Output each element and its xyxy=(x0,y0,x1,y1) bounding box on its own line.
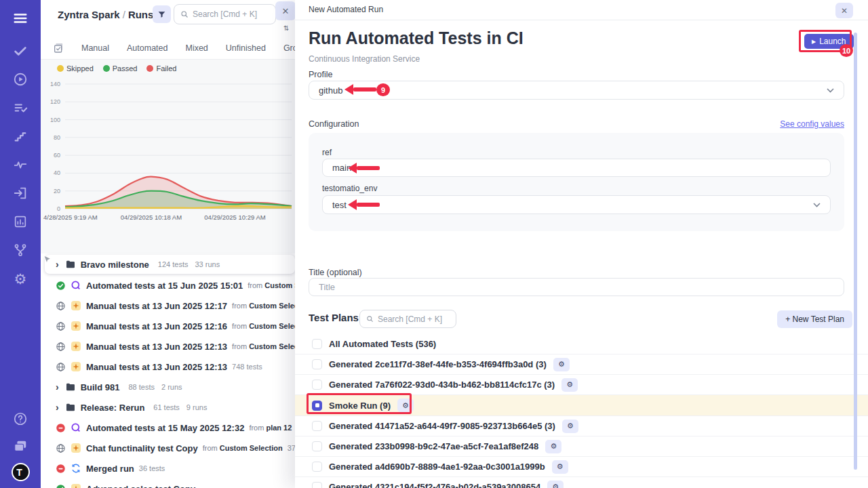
run-title[interactable]: Automated tests at 15 May 2025 12:32 xyxy=(86,423,244,433)
runs-panel-close-button[interactable]: ✕ xyxy=(275,1,296,20)
filter-button[interactable] xyxy=(153,5,171,23)
sidebar-item-branch-icon[interactable] xyxy=(12,241,29,259)
run-row[interactable]: Chat functinality test Copyfrom Custom S… xyxy=(41,438,295,458)
tab-manual[interactable]: Manual xyxy=(81,43,109,53)
runs-panel: Zyntra Spark/Runs ✕ ⇅ ManualAutomatedMix… xyxy=(41,0,295,488)
failed-status-icon xyxy=(56,423,66,433)
test-plan-row[interactable]: Generated 41471a52-a644-49f7-9085-923713… xyxy=(295,416,868,436)
sidebar-item-help-icon[interactable] xyxy=(12,410,29,428)
run-row[interactable]: Manual tests at 13 Jun 2025 12:13748 tes… xyxy=(41,357,295,377)
sidebar-item-folders-icon[interactable] xyxy=(12,437,29,455)
search-icon xyxy=(366,315,374,323)
new-test-plan-button[interactable]: + New Test Plan xyxy=(777,310,852,328)
config-testomatio_env-select[interactable]: test xyxy=(322,195,831,214)
mouse-cursor-icon xyxy=(42,255,52,268)
sidebar-item-import-icon[interactable] xyxy=(12,184,29,202)
config-ref-input[interactable] xyxy=(332,163,821,173)
run-row[interactable]: Merged run36 tests xyxy=(41,458,295,479)
runs-search-input[interactable] xyxy=(193,9,269,19)
run-row[interactable]: Automated tests at 15 Jun 2025 15:01from… xyxy=(41,275,295,296)
test-plan-checkbox[interactable] xyxy=(312,462,322,472)
test-plan-checkbox[interactable] xyxy=(312,482,322,488)
sidebar-item-gear-icon-large[interactable]: ⚙ xyxy=(12,270,29,287)
automated-run-icon xyxy=(71,422,81,433)
run-folder-row[interactable]: › Release: Rerun 61 tests9 runs xyxy=(41,397,295,418)
sidebar-item-check-icon[interactable] xyxy=(12,42,29,60)
breadcrumb-project[interactable]: Zyntra Spark xyxy=(58,9,120,20)
select-runs-icon[interactable] xyxy=(53,43,64,54)
profile-select[interactable]: github xyxy=(309,81,844,100)
tab-mixed[interactable]: Mixed xyxy=(185,43,208,53)
automated-run-icon xyxy=(71,280,81,291)
run-title[interactable]: Manual tests at 13 Jun 2025 12:17 xyxy=(86,301,227,311)
run-title[interactable]: Advanced sales test Copy xyxy=(86,484,195,488)
run-row[interactable]: Advanced sales test Copy xyxy=(41,479,295,488)
test-plan-row[interactable]: Smoke Run (9) ⚙ xyxy=(295,395,868,416)
title-field-wrap xyxy=(309,278,844,296)
sidebar-item-chart-box-icon[interactable] xyxy=(12,213,29,230)
failed-status-icon xyxy=(56,464,66,474)
sidebar-item-list-check-icon[interactable] xyxy=(12,99,29,117)
runs-chart-section: Skipped Passed Failed 020406080100120140… xyxy=(41,60,295,253)
test-plan-settings-button[interactable]: ⚙ xyxy=(545,440,561,453)
run-source: from Custom Selection xyxy=(232,302,295,310)
drawer-close-button[interactable]: ✕ xyxy=(835,3,853,18)
test-plan-checkbox[interactable] xyxy=(312,359,322,369)
run-row[interactable]: Manual tests at 13 Jun 2025 12:17from Cu… xyxy=(41,296,295,316)
title-optional-label: Title (optional) xyxy=(309,268,362,277)
test-plans-search-input[interactable] xyxy=(378,314,450,324)
test-plan-settings-button[interactable]: ⚙ xyxy=(553,358,570,371)
run-folder-row[interactable]: › Bravo milestone 124 tests33 runs xyxy=(45,255,295,274)
run-row[interactable]: Manual tests at 13 Jun 2025 12:16from Cu… xyxy=(41,316,295,336)
see-config-values-link[interactable]: See config values xyxy=(780,119,844,129)
run-title[interactable]: Manual tests at 13 Jun 2025 12:16 xyxy=(86,321,227,331)
run-test-count: 36 tests xyxy=(139,464,165,472)
sidebar-item-pulse-icon[interactable] xyxy=(12,156,29,174)
close-icon: ✕ xyxy=(841,6,848,16)
launch-button[interactable]: ▶ Launch xyxy=(804,34,854,49)
test-plan-settings-button[interactable]: ⚙ xyxy=(561,378,578,392)
test-plan-settings-button[interactable]: ⚙ xyxy=(562,420,578,433)
run-title[interactable]: Manual tests at 13 Jun 2025 12:13 xyxy=(86,362,227,372)
folder-counts: 88 tests2 runs xyxy=(128,383,182,391)
test-plan-settings-button[interactable]: ⚙ xyxy=(397,399,414,412)
test-plan-row[interactable]: Generated a4d690b7-8889-4ae1-92aa-0c3001… xyxy=(295,457,868,477)
folder-icon xyxy=(65,382,76,392)
sort-icon[interactable]: ⇅ xyxy=(283,24,289,32)
test-plan-row[interactable]: Generated 4321c194-f5f2-476a-b02d-a539a3… xyxy=(295,477,868,488)
sidebar-item-steps-icon[interactable] xyxy=(12,127,29,145)
run-title[interactable]: Merged run xyxy=(86,464,134,474)
test-plan-label: Generated a4d690b7-8889-4ae1-92aa-0c3001… xyxy=(329,462,545,472)
title-input[interactable] xyxy=(319,282,834,292)
test-plan-settings-button[interactable]: ⚙ xyxy=(552,460,568,474)
sidebar-item-play-circle-icon[interactable] xyxy=(12,70,29,88)
run-source: from Custom Selection xyxy=(232,322,295,330)
test-plan-checkbox[interactable] xyxy=(312,380,322,390)
svg-text:04/29/2025 10:18 AM: 04/29/2025 10:18 AM xyxy=(121,214,182,221)
public-globe-icon xyxy=(56,301,66,311)
run-title[interactable]: Automated tests at 15 Jun 2025 15:01 xyxy=(86,281,243,291)
run-row[interactable]: Automated tests at 15 May 2025 12:32from… xyxy=(41,418,295,438)
test-plan-checkbox[interactable] xyxy=(312,421,322,431)
tab-automated[interactable]: Automated xyxy=(127,43,167,53)
hamburger-menu-icon[interactable] xyxy=(12,9,29,27)
test-plan-row[interactable]: All Automated Tests (536) xyxy=(295,334,868,354)
run-title[interactable]: Manual tests at 13 Jun 2025 12:13 xyxy=(86,342,227,352)
drawer-scrollbar[interactable] xyxy=(854,33,857,470)
legend-dot xyxy=(146,65,153,72)
run-folder-row[interactable]: › Build 981 88 tests2 runs xyxy=(41,377,295,397)
app-logo[interactable]: T xyxy=(12,463,30,481)
test-plan-row[interactable]: Generated 2ce11f7d-38ef-44fe-b353-4f694f… xyxy=(295,354,868,375)
test-plan-row[interactable]: Generated 233b0998-b9c2-47ae-a5cf-7ea1af… xyxy=(295,436,868,457)
test-plan-row[interactable]: Generated 7a76f022-93d0-434b-b462-bb8114… xyxy=(295,375,868,395)
funnel-icon xyxy=(157,10,166,19)
test-plan-checkbox[interactable] xyxy=(312,401,322,411)
svg-text:80: 80 xyxy=(54,134,60,141)
tab-unfinished[interactable]: Unfinished xyxy=(226,43,266,53)
run-row[interactable]: Manual tests at 13 Jun 2025 12:13from Cu… xyxy=(41,336,295,357)
svg-text:0: 0 xyxy=(57,205,60,212)
test-plan-checkbox[interactable] xyxy=(312,339,322,349)
test-plan-checkbox[interactable] xyxy=(312,441,322,451)
test-plan-settings-button[interactable]: ⚙ xyxy=(547,481,564,488)
run-title[interactable]: Chat functinality test Copy xyxy=(86,443,198,453)
